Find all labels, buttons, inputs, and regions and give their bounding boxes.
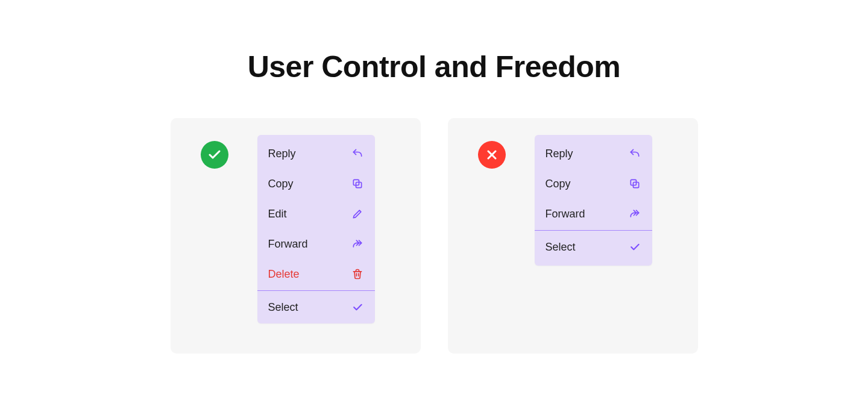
forward-icon [628, 207, 641, 220]
good-example-card: Reply Copy Edit [171, 118, 421, 354]
cross-badge-icon [478, 141, 506, 169]
menu-item-label: Select [546, 241, 576, 254]
menu-item-delete[interactable]: Delete [257, 259, 375, 289]
menu-separator [257, 290, 375, 291]
reply-icon [351, 147, 364, 160]
check-icon [351, 301, 364, 314]
good-context-menu: Reply Copy Edit [257, 135, 375, 323]
menu-item-select[interactable]: Select [535, 232, 652, 262]
bad-example-card: Reply Copy Forward [448, 118, 698, 354]
menu-item-copy[interactable]: Copy [257, 169, 375, 199]
examples-row: Reply Copy Edit [171, 118, 698, 354]
check-icon [628, 240, 641, 254]
menu-item-reply[interactable]: Reply [257, 139, 375, 169]
menu-item-select[interactable]: Select [257, 292, 375, 322]
forward-icon [351, 237, 364, 251]
edit-icon [351, 207, 364, 220]
menu-item-label: Forward [546, 208, 585, 220]
menu-item-edit[interactable]: Edit [257, 199, 375, 229]
menu-item-reply[interactable]: Reply [535, 139, 652, 169]
menu-item-label: Forward [268, 238, 308, 251]
check-badge-icon [201, 141, 228, 169]
menu-separator [535, 230, 652, 231]
menu-item-label: Reply [546, 148, 573, 160]
delete-icon [351, 267, 364, 281]
bad-context-menu: Reply Copy Forward [535, 135, 652, 266]
menu-item-label: Copy [546, 178, 571, 190]
page-title: User Control and Freedom [248, 49, 621, 84]
menu-item-label: Delete [268, 268, 300, 281]
menu-item-forward[interactable]: Forward [257, 229, 375, 259]
copy-icon [351, 177, 364, 190]
menu-item-copy[interactable]: Copy [535, 169, 652, 199]
menu-item-label: Copy [268, 178, 294, 190]
menu-item-forward[interactable]: Forward [535, 199, 652, 229]
menu-item-label: Edit [268, 208, 287, 220]
menu-item-label: Select [268, 301, 298, 314]
menu-item-label: Reply [268, 148, 296, 160]
copy-icon [628, 177, 641, 190]
reply-icon [628, 147, 641, 160]
